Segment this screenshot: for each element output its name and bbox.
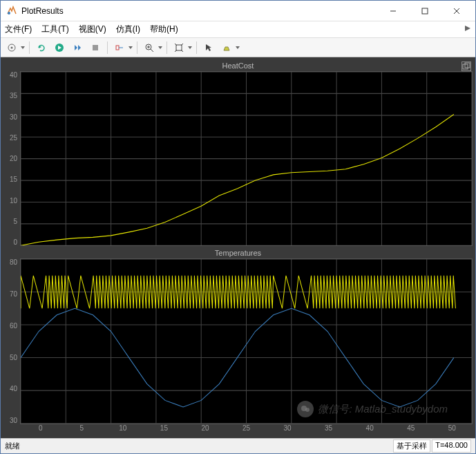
highlight-button[interactable] [218, 40, 235, 55]
settings-dropdown[interactable] [20, 46, 26, 49]
xtick-label: 50 [431, 424, 473, 435]
matlab-icon [6, 6, 17, 17]
menu-help[interactable]: 帮助(H) [150, 23, 178, 35]
ytick-label: 60 [10, 322, 17, 330]
menu-sim[interactable]: 仿真(I) [116, 23, 140, 35]
chart-title: Temperatures [3, 247, 473, 258]
stop-button[interactable] [87, 40, 104, 55]
toolbar [1, 38, 475, 57]
menu-tools[interactable]: 工具(T) [41, 23, 68, 35]
xtick-label: 30 [267, 424, 308, 435]
svg-rect-14 [176, 45, 182, 50]
xtick-label: 40 [349, 424, 390, 435]
menubar: 文件(F) 工具(T) 视图(V) 仿真(I) 帮助(H) [1, 21, 475, 38]
titlebar: PlotResults [1, 1, 475, 21]
ytick-label: 70 [10, 290, 17, 298]
status-time: T=48.000 [432, 439, 471, 453]
window-title: PlotResults [21, 6, 377, 16]
plot-area: HeatCost4035302520151050Temperatures8070… [1, 57, 475, 438]
ytick-label: 50 [10, 354, 17, 361]
ytick-label: 30 [10, 417, 17, 424]
restore-layout-icon[interactable] [461, 62, 471, 71]
maximize-button[interactable] [409, 1, 441, 21]
ytick-label: 0 [13, 238, 17, 246]
dock-icon[interactable] [464, 24, 471, 34]
signal-button[interactable] [111, 40, 128, 55]
ytick-label: 10 [10, 197, 17, 205]
xtick-label: 35 [308, 424, 350, 435]
statusbar: 就绪 基于采样 T=48.000 [1, 438, 475, 453]
xtick-label: 5 [61, 424, 103, 435]
ytick-label: 40 [10, 71, 17, 79]
ytick-label: 35 [10, 92, 17, 100]
ytick-label: 5 [13, 218, 17, 225]
close-button[interactable] [441, 1, 473, 21]
menu-file[interactable]: 文件(F) [5, 23, 32, 35]
step-button[interactable] [69, 40, 86, 55]
chart-canvas[interactable] [20, 258, 473, 424]
run-button[interactable] [51, 40, 68, 55]
xtick-label: 20 [184, 424, 226, 435]
ytick-label: 30 [10, 113, 17, 121]
restart-button[interactable] [33, 40, 50, 55]
status-ready: 就绪 [5, 441, 20, 451]
zoom-dropdown[interactable] [158, 46, 163, 49]
chart-canvas[interactable] [20, 71, 473, 246]
xtick-label: 10 [102, 424, 144, 435]
xtick-label: 15 [144, 424, 185, 435]
xtick-label: 45 [390, 424, 432, 435]
minimize-button[interactable] [377, 1, 409, 21]
ytick-label: 40 [10, 385, 17, 392]
xtick-label: 25 [226, 424, 267, 435]
svg-rect-2 [422, 8, 428, 14]
svg-point-6 [11, 46, 13, 48]
highlight-dropdown[interactable] [235, 46, 240, 49]
settings-button[interactable] [3, 40, 20, 55]
status-sample: 基于采样 [393, 439, 430, 453]
autoscale-button[interactable] [171, 40, 187, 55]
svg-rect-9 [116, 46, 119, 50]
ytick-label: 80 [10, 258, 17, 266]
svg-rect-8 [93, 45, 98, 50]
chart-title: HeatCost [3, 60, 473, 71]
ytick-label: 15 [10, 176, 17, 183]
zoom-button[interactable] [141, 40, 158, 55]
signal-dropdown[interactable] [128, 46, 133, 49]
ytick-label: 20 [10, 155, 17, 162]
cursor-button[interactable] [200, 40, 217, 55]
svg-line-11 [151, 49, 153, 52]
autoscale-dropdown[interactable] [187, 46, 193, 49]
menu-view[interactable]: 视图(V) [79, 23, 106, 35]
xtick-label: 0 [20, 424, 61, 435]
svg-point-0 [8, 12, 10, 15]
ytick-label: 25 [10, 134, 17, 142]
